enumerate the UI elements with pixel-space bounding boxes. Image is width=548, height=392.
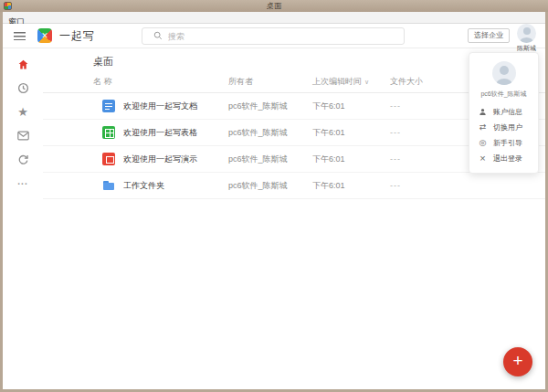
clock-icon bbox=[17, 82, 29, 94]
presentation-file-icon bbox=[102, 153, 115, 165]
file-size: --- bbox=[390, 101, 401, 111]
star-icon: ★ bbox=[17, 105, 28, 119]
app-window: 桌面 窗口 一起写 选择企业 陈斯城 bbox=[0, 0, 548, 392]
file-name: 欢迎使用一起写文档 bbox=[123, 101, 228, 112]
file-owner: pc6软件_陈斯城 bbox=[228, 101, 312, 112]
menu-item-label: 退出登录 bbox=[493, 154, 522, 164]
header-right-cluster: 选择企业 陈斯城 bbox=[468, 24, 536, 48]
select-enterprise-button[interactable]: 选择企业 bbox=[468, 28, 510, 43]
user-menu-username: pc6软件_陈斯城 bbox=[471, 90, 536, 99]
user-avatar[interactable] bbox=[517, 24, 536, 43]
menu-item-label: 账户信息 bbox=[493, 107, 522, 117]
trash-recycle-icon bbox=[17, 154, 29, 165]
user-menu-avatar bbox=[492, 61, 516, 85]
chevron-down-icon: ∨ bbox=[364, 79, 369, 85]
menu-item-label: 切换用户 bbox=[493, 122, 522, 132]
person-icon bbox=[478, 108, 488, 116]
file-owner: pc6软件_陈斯城 bbox=[228, 180, 312, 192]
close-x-icon: × bbox=[478, 154, 488, 164]
file-owner: pc6软件_陈斯城 bbox=[228, 154, 312, 165]
spreadsheet-file-icon bbox=[102, 126, 115, 139]
table-row[interactable]: 工作文件夹 pc6软件_陈斯城 下午6:01 --- bbox=[43, 173, 545, 199]
sidebar-item-home[interactable] bbox=[16, 57, 30, 71]
file-time: 下午6:01 bbox=[312, 180, 390, 192]
sidebar: ★ ... bbox=[3, 48, 43, 389]
menu-item-account-info[interactable]: 账户信息 bbox=[469, 104, 538, 120]
file-size: --- bbox=[390, 181, 401, 190]
document-file-icon bbox=[102, 100, 115, 112]
column-size[interactable]: 文件大小 bbox=[390, 76, 423, 88]
mail-icon bbox=[17, 131, 29, 141]
menu-item-beginner-guide[interactable]: ◎ 新手引导 bbox=[469, 135, 538, 151]
menu-item-label: 新手引导 bbox=[493, 138, 522, 148]
file-time: 下午6:01 bbox=[312, 127, 390, 139]
sidebar-item-recent[interactable] bbox=[16, 80, 30, 95]
sidebar-item-messages[interactable] bbox=[16, 128, 30, 143]
file-name: 欢迎使用一起写表格 bbox=[123, 127, 228, 139]
sidebar-item-more[interactable]: ... bbox=[16, 174, 30, 188]
menu-item-logout[interactable]: × 退出登录 bbox=[469, 151, 538, 166]
window-title: 桌面 bbox=[0, 1, 548, 11]
folder-icon bbox=[102, 179, 115, 192]
os-titlebar[interactable]: 桌面 bbox=[0, 0, 548, 12]
column-name[interactable]: 名 称 bbox=[93, 76, 228, 88]
search-box[interactable] bbox=[142, 27, 405, 45]
sidebar-item-favorites[interactable]: ★ bbox=[16, 104, 30, 119]
file-time: 下午6:01 bbox=[312, 154, 390, 165]
guide-target-icon: ◎ bbox=[478, 139, 488, 147]
column-owner[interactable]: 所有者 bbox=[228, 76, 312, 88]
file-size: --- bbox=[390, 154, 401, 164]
switch-arrows-icon: ⇄ bbox=[478, 123, 488, 132]
menu-item-switch-user[interactable]: ⇄ 切换用户 bbox=[469, 120, 538, 135]
file-time: 下午6:01 bbox=[312, 101, 390, 112]
column-time[interactable]: 上次编辑时间∨ bbox=[312, 76, 390, 88]
file-owner: pc6软件_陈斯城 bbox=[228, 127, 312, 139]
app-logo-icon bbox=[37, 28, 52, 43]
search-input[interactable] bbox=[168, 32, 404, 41]
user-dropdown-menu: pc6软件_陈斯城 账户信息 ⇄ 切换用户 ◎ 新手引导 × 退出登录 bbox=[469, 52, 539, 174]
app-name: 一起写 bbox=[59, 28, 95, 44]
create-new-fab-button[interactable]: + bbox=[503, 347, 532, 376]
app-header: 一起写 选择企业 陈斯城 bbox=[3, 24, 545, 48]
ellipsis-icon: ... bbox=[17, 176, 27, 186]
hamburger-menu-icon[interactable] bbox=[14, 32, 26, 40]
app-body: ★ ... 桌面 bbox=[3, 48, 545, 389]
file-name: 工作文件夹 bbox=[123, 180, 228, 192]
app-surface: 一起写 选择企业 陈斯城 bbox=[3, 24, 545, 389]
menubar: 窗口 bbox=[3, 12, 545, 24]
home-icon bbox=[17, 58, 29, 70]
file-name: 欢迎使用一起写演示 bbox=[123, 154, 228, 165]
file-size: --- bbox=[390, 128, 401, 137]
search-icon bbox=[153, 31, 163, 42]
sidebar-item-trash[interactable] bbox=[16, 152, 30, 166]
